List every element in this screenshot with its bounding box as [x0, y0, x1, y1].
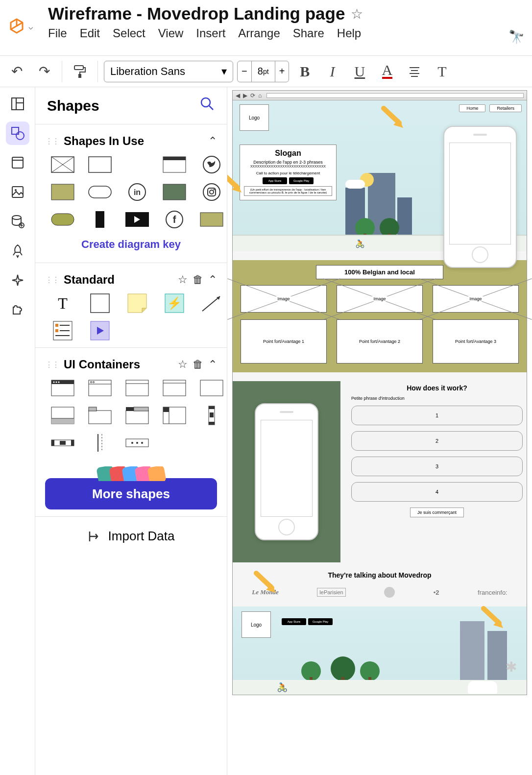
shape-panel[interactable] [161, 378, 188, 398]
rail-window-icon[interactable] [6, 151, 29, 174]
step-pill[interactable]: 4 [351, 482, 523, 502]
appstore-badge[interactable]: App Store [263, 177, 287, 184]
trash-icon[interactable]: 🗑 [193, 358, 203, 371]
merchant-button[interactable]: Je suis commerçant [410, 508, 464, 517]
shape-green-rect[interactable] [161, 182, 188, 202]
text-tool-button[interactable]: T [430, 60, 454, 83]
app-logo[interactable]: ⌵ [8, 18, 33, 35]
svg-point-62 [91, 382, 92, 383]
shape-window-light[interactable] [86, 378, 114, 398]
shape-window-plain[interactable] [123, 378, 151, 398]
menu-share[interactable]: Share [293, 26, 324, 45]
shape-text[interactable]: T [49, 293, 76, 313]
menu-edit[interactable]: Edit [80, 26, 100, 45]
shape-tabs-top[interactable] [86, 406, 114, 425]
shape-rectangle[interactable] [86, 155, 114, 174]
font-family-select[interactable]: Liberation Sans ▾ [104, 61, 233, 82]
shape-browser-window[interactable] [161, 155, 188, 174]
slogan-title: Slogan [244, 149, 332, 158]
binoculars-icon[interactable]: 🔭 [508, 29, 524, 45]
menu-view[interactable]: View [158, 26, 184, 45]
shape-instagram-icon[interactable] [198, 182, 225, 202]
appstore-badge[interactable]: App Store [282, 618, 306, 625]
shape-olive-rect-2[interactable] [198, 210, 225, 229]
collapse-icon[interactable]: ⌃ [208, 273, 217, 286]
menu-help[interactable]: Help [337, 26, 361, 45]
shape-olive-rect[interactable] [49, 182, 76, 202]
trash-icon[interactable]: 🗑 [193, 273, 203, 286]
shape-toolbar[interactable] [123, 433, 151, 453]
pin-icon[interactable]: ☆ [178, 358, 188, 371]
shape-image-placeholder[interactable] [49, 155, 76, 174]
shape-linkedin-icon[interactable]: in [123, 182, 151, 202]
shape-layout-sidebar[interactable] [161, 406, 188, 425]
svg-point-14 [15, 189, 17, 191]
rail-layout-icon[interactable] [6, 92, 29, 116]
rail-puzzle-icon[interactable] [6, 298, 29, 321]
step-pill[interactable]: 2 [351, 431, 523, 451]
shape-splitpane-h[interactable] [49, 406, 76, 425]
rail-data-icon[interactable] [6, 210, 29, 233]
pin-icon[interactable]: ☆ [178, 273, 188, 286]
align-button[interactable] [403, 60, 426, 83]
shape-arrow-line[interactable] [198, 293, 225, 313]
shape-divider-v[interactable] [86, 433, 114, 453]
font-size-value[interactable]: 8pt [251, 61, 275, 82]
shape-black-rect[interactable] [86, 210, 114, 229]
menu-file[interactable]: File [48, 26, 67, 45]
document-title[interactable]: Wireframe - Movedrop Landing page [48, 4, 345, 24]
bold-button[interactable]: B [293, 60, 316, 83]
more-shapes-button[interactable]: More shapes [45, 478, 217, 509]
shape-window-dark[interactable] [49, 378, 76, 398]
shape-frame[interactable] [198, 378, 225, 398]
advantage-box: Point fort/Avantage 2 [337, 319, 423, 363]
shape-video-icon[interactable] [123, 210, 151, 229]
shape-note[interactable] [123, 293, 151, 313]
redo-button[interactable]: ↷ [32, 60, 56, 83]
wireframe-browser[interactable]: ◀ ▶ ⟳ ⌂ 🚴 [232, 90, 527, 695]
import-data-button[interactable]: Import Data [35, 516, 227, 556]
size-increase-button[interactable]: + [275, 61, 289, 82]
step-pill[interactable]: 1 [351, 406, 523, 425]
text-color-button[interactable]: A [375, 60, 399, 83]
create-diagram-key-link[interactable]: Create diagram key [35, 229, 227, 256]
nav-home-button[interactable]: Home [459, 104, 485, 112]
underline-button[interactable]: U [348, 60, 371, 83]
rail-sparkle-icon[interactable] [6, 268, 29, 292]
shape-scrollbar-h[interactable] [49, 433, 76, 453]
nav-retailers-button[interactable]: Retailers [489, 104, 522, 112]
menu-arrange[interactable]: Arrange [238, 26, 280, 45]
paint-roller-icon[interactable] [68, 60, 92, 83]
size-decrease-button[interactable]: − [238, 61, 251, 82]
search-icon[interactable] [199, 96, 215, 115]
shape-tabs-dark[interactable] [123, 406, 151, 425]
googleplay-badge[interactable]: Google Play [289, 177, 314, 184]
step-pill[interactable]: 3 [351, 457, 523, 476]
shape-pill[interactable] [86, 182, 114, 202]
shape-twitter-icon[interactable] [198, 155, 225, 174]
drag-handle-icon[interactable]: ⋮⋮ [45, 137, 59, 146]
drag-handle-icon[interactable]: ⋮⋮ [45, 275, 59, 285]
menu-insert[interactable]: Insert [196, 26, 225, 45]
shape-scrollbar-v[interactable] [198, 406, 225, 425]
font-size-stepper[interactable]: − 8pt + [237, 61, 289, 82]
shape-list[interactable] [49, 321, 76, 340]
shape-media[interactable] [86, 321, 114, 340]
shape-olive-pill[interactable] [49, 210, 76, 229]
undo-button[interactable]: ↶ [5, 60, 28, 83]
collapse-icon[interactable]: ⌃ [208, 135, 217, 147]
star-icon[interactable]: ☆ [351, 6, 363, 22]
drag-handle-icon[interactable]: ⋮⋮ [45, 360, 59, 369]
rail-image-icon[interactable] [6, 180, 29, 204]
menu-select[interactable]: Select [113, 26, 145, 45]
italic-button[interactable]: I [320, 60, 344, 83]
collapse-icon[interactable]: ⌃ [208, 358, 217, 371]
shape-block[interactable] [86, 293, 114, 313]
rail-rocket-icon[interactable] [6, 239, 29, 263]
rail-shapes-icon[interactable] [6, 121, 29, 145]
shape-facebook-icon[interactable]: f [161, 210, 188, 229]
phone-mockup [255, 403, 318, 540]
googleplay-badge[interactable]: Google Play [308, 618, 333, 625]
canvas[interactable]: ◀ ▶ ⟳ ⌂ 🚴 [227, 87, 532, 775]
shape-hotspot[interactable]: ⚡ [161, 293, 188, 313]
